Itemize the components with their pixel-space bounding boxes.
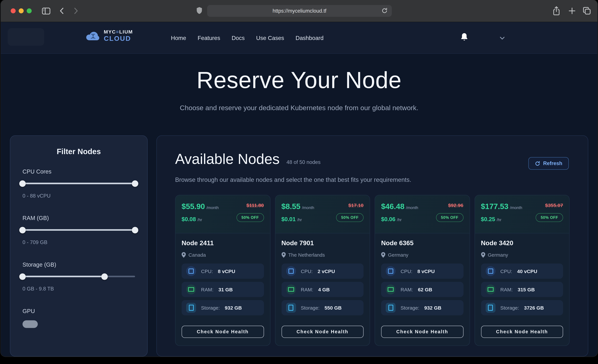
slider-fill — [23, 183, 135, 184]
user-menu-chevron-down-icon[interactable] — [500, 37, 505, 40]
node-card[interactable]: $46.48/month $0.06/hr $92.96 50% OFF Nod… — [375, 195, 470, 346]
discount-badge: 50% OFF — [237, 213, 264, 222]
slider-handle-max[interactable] — [132, 180, 138, 187]
window-controls — [11, 8, 32, 13]
spec-value: 550 GB — [324, 305, 341, 311]
node-location: Canada — [182, 252, 264, 258]
refresh-button[interactable]: Refresh — [528, 157, 569, 170]
discount-badge: 50% OFF — [536, 213, 563, 222]
spec-label: CPU: — [301, 268, 313, 274]
nav-link-home[interactable]: Home — [171, 34, 186, 41]
spec-label: RAM: — [301, 287, 313, 292]
range-slider[interactable] — [23, 180, 135, 187]
close-window-button[interactable] — [11, 8, 16, 13]
spec-value: 2 vCPU — [318, 268, 335, 274]
filter-range-text: 0 - 88 vCPU — [23, 193, 135, 199]
range-slider[interactable] — [23, 273, 135, 280]
brand-logo[interactable]: MYC≡LIUM CLOUD — [86, 29, 133, 42]
main-content: Filter Nodes CPU Cores 0 - 88 vCPU — [10, 135, 588, 356]
storage-icon — [186, 303, 196, 313]
nav-link-docs[interactable]: Docs — [232, 34, 245, 41]
spec-value: 3726 GB — [524, 305, 544, 311]
spec-value: 31 GB — [218, 287, 233, 292]
spec-row: Storage: 932 GB — [182, 300, 264, 315]
sidebar-icon[interactable] — [42, 8, 50, 14]
filter-group: RAM (GB) 0 - 709 GB — [23, 215, 135, 245]
site-navbar: MYC≡LIUM CLOUD HomeFeaturesDocsUse Cases… — [1, 22, 598, 54]
price-month: $8.55 — [281, 202, 300, 211]
filter-title: Filter Nodes — [23, 147, 135, 156]
slider-fill — [23, 276, 105, 277]
check-node-health-button[interactable]: Check Node Health — [182, 326, 264, 338]
storage-icon — [485, 303, 495, 313]
address-bar-url: https://myceliumcloud.tf — [273, 8, 326, 14]
filter-group: CPU Cores 0 - 88 vCPU — [23, 168, 135, 199]
share-icon[interactable] — [553, 6, 560, 16]
per-hour-label: /hr — [497, 217, 501, 222]
spec-row: RAM: 62 GB — [381, 282, 463, 297]
back-icon[interactable] — [60, 8, 64, 14]
screen: https://myceliumcloud.tf — [0, 0, 598, 364]
nav-links: HomeFeaturesDocsUse CasesDashboard — [171, 22, 324, 53]
original-price: $92.96 — [448, 203, 463, 208]
node-specs: CPU: 2 vCPU RAM: 4 GB Storage: 550 GB — [281, 264, 364, 315]
node-location: Germany — [381, 252, 463, 258]
check-node-health-button[interactable]: Check Node Health — [481, 326, 563, 338]
slider-handle-max[interactable] — [101, 273, 108, 280]
slider-handle-min[interactable] — [19, 180, 26, 187]
spec-label: RAM: — [201, 287, 213, 292]
slider-fill — [23, 229, 135, 231]
spec-row: RAM: 4 GB — [281, 282, 364, 297]
nav-link-use-cases[interactable]: Use Cases — [256, 34, 284, 41]
check-node-health-button[interactable]: Check Node Health — [381, 326, 463, 338]
shield-icon[interactable] — [196, 7, 202, 15]
spec-row: CPU: 2 vCPU — [281, 264, 364, 279]
spec-label: Storage: — [400, 305, 419, 311]
node-price-header: $55.90/month $0.08/hr $111.80 50% OFF — [175, 195, 270, 233]
node-specs: CPU: 8 vCPU RAM: 62 GB Storage: 932 GB — [381, 264, 463, 315]
node-card[interactable]: $8.55/month $0.01/hr $17.10 50% OFF Node… — [275, 195, 370, 346]
browser-window: https://myceliumcloud.tf — [1, 0, 598, 356]
gpu-toggle[interactable] — [23, 320, 38, 328]
per-hour-label: /hr — [198, 217, 202, 222]
price-hour: $0.08 — [182, 216, 196, 222]
node-card[interactable]: $55.90/month $0.08/hr $111.80 50% OFF No… — [175, 195, 270, 346]
slider-handle-min[interactable] — [19, 273, 26, 280]
zoom-window-button[interactable] — [27, 8, 32, 13]
nav-link-dashboard[interactable]: Dashboard — [296, 34, 324, 41]
spec-row: CPU: 40 vCPU — [481, 264, 563, 279]
nav-link-features[interactable]: Features — [198, 34, 220, 41]
spec-row: CPU: 8 vCPU — [182, 264, 264, 279]
page-title: Reserve Your Node — [1, 67, 598, 93]
original-price: $111.80 — [247, 203, 264, 208]
per-hour-label: /hr — [297, 217, 302, 222]
check-node-health-button[interactable]: Check Node Health — [281, 326, 364, 338]
filter-panel: Filter Nodes CPU Cores 0 - 88 vCPU — [10, 135, 148, 356]
range-slider[interactable] — [23, 226, 135, 233]
minimize-window-button[interactable] — [19, 8, 24, 13]
location-pin-icon — [182, 252, 186, 258]
refresh-label: Refresh — [543, 161, 562, 166]
spec-value: 8 vCPU — [417, 268, 435, 274]
tabs-icon[interactable] — [583, 7, 591, 15]
slider-handle-min[interactable] — [19, 227, 26, 233]
slider-handle-max[interactable] — [132, 227, 138, 233]
spec-value: 932 GB — [424, 305, 441, 311]
forward-icon[interactable] — [74, 8, 78, 14]
filter-label: RAM (GB) — [23, 215, 135, 221]
node-name: Node 6365 — [381, 240, 463, 247]
new-tab-icon[interactable] — [569, 8, 575, 14]
nodes-count: 48 of 50 nodes — [286, 159, 321, 165]
node-card-body: Node 3420 Germany CPU: 40 vCP — [475, 233, 569, 346]
ram-icon — [485, 285, 495, 295]
reload-icon[interactable] — [382, 8, 388, 14]
bell-icon[interactable] — [461, 33, 468, 41]
cpu-icon — [386, 266, 396, 276]
discount-badge: 50% OFF — [336, 213, 364, 222]
node-location: Germany — [481, 252, 563, 258]
node-card-body: Node 2411 Canada CPU: 8 vCPU — [175, 233, 270, 346]
node-price-header: $177.53/month $0.25/hr $355.07 50% OFF — [475, 195, 569, 233]
nodes-subtitle: Browse through our available nodes and s… — [175, 176, 570, 183]
address-bar[interactable]: https://myceliumcloud.tf — [207, 5, 392, 17]
node-card[interactable]: $177.53/month $0.25/hr $355.07 50% OFF N… — [474, 195, 569, 346]
